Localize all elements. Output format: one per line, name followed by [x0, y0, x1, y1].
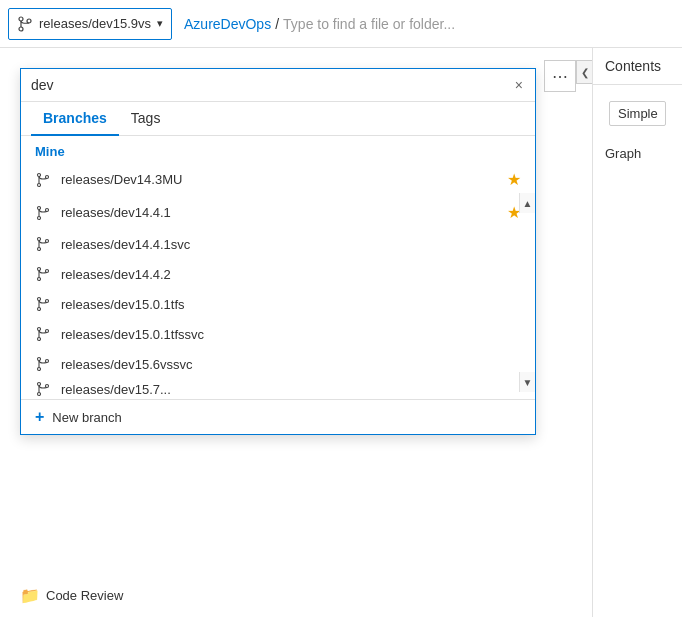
svg-point-26: [46, 330, 49, 333]
branch-item-icon: [35, 172, 51, 188]
scroll-up-button[interactable]: ▲: [519, 193, 535, 213]
branch-list: releases/Dev14.3MU ★ releases/dev14.4.1 …: [21, 163, 535, 399]
svg-point-12: [38, 238, 41, 241]
svg-point-5: [38, 183, 41, 186]
branch-item-name: releases/dev14.4.1: [61, 205, 497, 220]
breadcrumb-separator: /: [275, 16, 279, 32]
branch-item[interactable]: releases/dev14.4.1 ★: [21, 196, 535, 229]
branch-item-icon: [35, 326, 51, 342]
branch-item-name: releases/dev15.6vssvc: [61, 357, 521, 372]
folder-name[interactable]: Code Review: [46, 588, 123, 603]
branch-item[interactable]: releases/dev14.4.1svc: [21, 229, 535, 259]
top-bar: releases/dev15.9vs ▾ AzureDevOps / Type …: [0, 0, 682, 48]
svg-point-21: [38, 308, 41, 311]
scroll-down-button[interactable]: ▼: [519, 372, 535, 392]
mine-section-label: Mine: [21, 136, 535, 163]
branch-item[interactable]: releases/dev15.7...: [21, 379, 535, 399]
svg-point-10: [46, 208, 49, 211]
branch-name-label: releases/dev15.9vs: [39, 16, 151, 31]
svg-point-24: [38, 328, 41, 331]
branch-item-icon: [35, 381, 51, 397]
svg-point-33: [38, 393, 41, 396]
new-branch-row[interactable]: + New branch: [21, 399, 535, 434]
svg-point-29: [38, 368, 41, 371]
svg-point-14: [46, 240, 49, 243]
svg-point-22: [46, 300, 49, 303]
branch-dropdown-panel: × Branches Tags Mine ▲: [20, 68, 536, 435]
branch-item-icon: [35, 296, 51, 312]
chevron-down-icon: ▾: [157, 17, 163, 30]
right-panel: Contents Simple Graph: [592, 48, 682, 617]
breadcrumb: AzureDevOps / Type to find a file or fol…: [184, 16, 455, 32]
svg-point-6: [46, 175, 49, 178]
bottom-folder-area: 📁 Code Review: [20, 578, 123, 613]
svg-point-30: [46, 360, 49, 363]
branch-item-name: releases/Dev14.3MU: [61, 172, 497, 187]
branch-item[interactable]: releases/Dev14.3MU ★: [21, 163, 535, 196]
branch-item[interactable]: releases/dev14.4.2: [21, 259, 535, 289]
folder-icon: 📁: [20, 586, 40, 605]
search-row: ×: [21, 69, 535, 102]
graph-label[interactable]: Graph: [593, 138, 682, 169]
branch-item-icon: [35, 356, 51, 372]
svg-point-17: [38, 278, 41, 281]
branch-item[interactable]: releases/dev15.6vssvc: [21, 349, 535, 379]
star-icon[interactable]: ★: [507, 170, 521, 189]
svg-point-28: [38, 358, 41, 361]
svg-point-18: [46, 270, 49, 273]
svg-point-1: [19, 27, 23, 31]
tab-branches[interactable]: Branches: [31, 102, 119, 136]
svg-point-4: [38, 173, 41, 176]
more-options-button[interactable]: ⋯: [544, 60, 576, 92]
svg-point-2: [27, 19, 31, 23]
branch-item-name: releases/dev15.0.1tfssvc: [61, 327, 521, 342]
branch-item-icon: [35, 236, 51, 252]
branch-item[interactable]: releases/dev15.0.1tfs: [21, 289, 535, 319]
new-branch-label: New branch: [52, 410, 121, 425]
svg-point-13: [38, 248, 41, 251]
svg-point-16: [38, 268, 41, 271]
breadcrumb-root[interactable]: AzureDevOps: [184, 16, 271, 32]
branch-item-name: releases/dev15.7...: [61, 382, 521, 397]
tabs-row: Branches Tags: [21, 102, 535, 136]
branch-item-icon: [35, 266, 51, 282]
branch-item-name: releases/dev14.4.2: [61, 267, 521, 282]
contents-header: Contents: [593, 48, 682, 85]
svg-point-9: [38, 216, 41, 219]
collapse-panel-button[interactable]: ❮: [576, 60, 592, 84]
simple-button[interactable]: Simple: [609, 101, 666, 126]
branch-item-icon: [35, 205, 51, 221]
branch-item-name: releases/dev15.0.1tfs: [61, 297, 521, 312]
branch-item[interactable]: releases/dev15.0.1tfssvc: [21, 319, 535, 349]
svg-point-32: [38, 383, 41, 386]
branch-selector[interactable]: releases/dev15.9vs ▾: [8, 8, 172, 40]
clear-icon: ×: [515, 77, 523, 93]
svg-point-34: [46, 385, 49, 388]
svg-point-0: [19, 17, 23, 21]
plus-icon: +: [35, 408, 44, 426]
svg-point-25: [38, 338, 41, 341]
branch-search-input[interactable]: [31, 77, 513, 93]
svg-point-8: [38, 206, 41, 209]
branch-item-name: releases/dev14.4.1svc: [61, 237, 521, 252]
branch-icon: [17, 16, 33, 32]
tab-tags[interactable]: Tags: [119, 102, 173, 136]
file-search-placeholder[interactable]: Type to find a file or folder...: [283, 16, 455, 32]
svg-point-20: [38, 298, 41, 301]
search-clear-button[interactable]: ×: [513, 75, 525, 95]
